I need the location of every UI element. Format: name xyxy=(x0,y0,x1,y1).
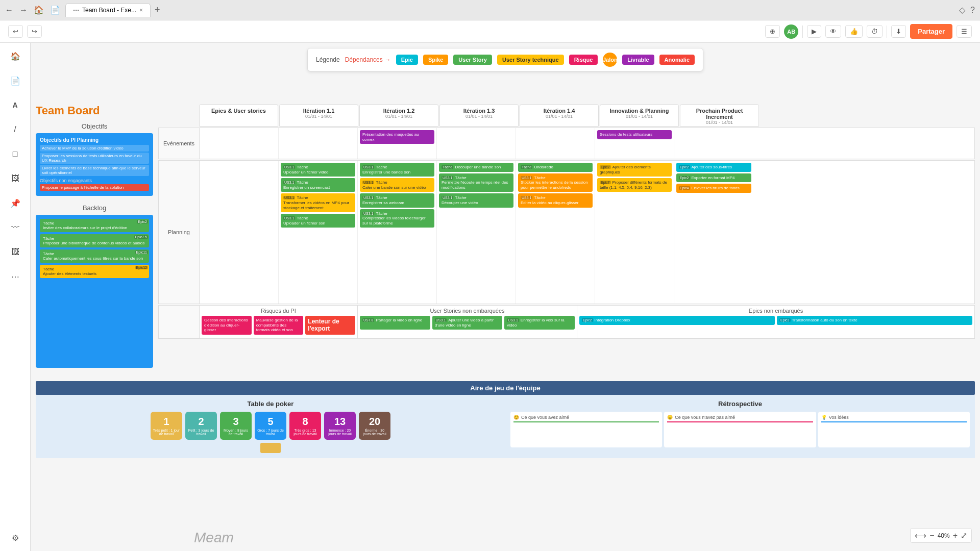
pages-icon[interactable]: 📄 xyxy=(50,5,60,15)
sticky-decouper-bande-son[interactable]: TâcheDécouper une bande son xyxy=(439,163,513,172)
sticky-decouper-video[interactable]: US3.1TâcheDécouper une vidéo xyxy=(439,193,513,207)
sticky-enreg-bande-son[interactable]: US3.1TâcheEnregistrer une bande son xyxy=(360,163,434,177)
nav-forward-icon[interactable]: → xyxy=(19,6,28,15)
tab-title: Team Board - Exe... xyxy=(82,7,136,14)
sidebar-item-media[interactable]: 🖼 xyxy=(7,170,23,187)
col-header-iter14: Itération 1.4 01/01 - 14/01 xyxy=(520,104,599,127)
legend-user-story-tech: User Story technique xyxy=(497,55,564,65)
sidebar-item-pages[interactable]: 📄 xyxy=(7,72,23,89)
positive-label: Ce que vous avez aimé xyxy=(521,415,569,420)
planning-row: Planning US3.1TâcheUploader un fichier v… xyxy=(158,160,975,304)
risk-item-3[interactable]: Lenteur de l'export xyxy=(305,316,355,335)
board-content[interactable]: Team Board Objectifs Objectifs du PI Pla… xyxy=(36,73,975,546)
settings-button[interactable]: ☰ xyxy=(957,25,972,38)
sticky-ecoute-realtime[interactable]: US3.1TâchePermettre l'écoute en temps ré… xyxy=(439,173,513,192)
undo-button[interactable]: ↩ xyxy=(8,25,23,38)
sidebar-item-text[interactable]: A xyxy=(7,97,23,113)
risk-item-2[interactable]: Mauvaise gestion de la compatibilité des… xyxy=(254,316,304,335)
sticky-stocker-interactions[interactable]: US3.1TâcheStocker les interactions de la… xyxy=(518,173,593,192)
positive-emoji: 😊 xyxy=(513,415,519,420)
active-tab[interactable]: ⋯ Team Board - Exe... × xyxy=(65,3,151,17)
diamond-icon: ◇ xyxy=(959,5,965,15)
home-icon[interactable]: 🏠 xyxy=(34,5,44,15)
sidebar-item-settings[interactable]: ⚙ xyxy=(7,530,23,546)
sticky-formats-taille[interactable]: Epic7Proposer différents formats de tail… xyxy=(597,178,672,192)
tab-close-btn[interactable]: × xyxy=(139,7,143,14)
event-sticky-iter12[interactable]: Présentation des maquettes au comex xyxy=(360,130,434,144)
event-col-epics xyxy=(200,128,279,159)
retro-cols: 😊 Ce que vous avez aimé 😞 Ce que vous n'… xyxy=(510,412,970,447)
share-button[interactable]: Partager xyxy=(910,24,952,39)
sticky-bruits-fonds[interactable]: Epic4Enlever les bruits de fonds xyxy=(676,184,751,193)
canvas-area[interactable]: Légende Dépendances → Epic Spike User St… xyxy=(31,43,980,551)
poker-card-13[interactable]: 13 Immense : 20 jours de travail xyxy=(324,412,356,440)
non-emb-item-1[interactable]: US7.8Partager la vidéo en ligne xyxy=(360,316,430,330)
redo-button[interactable]: ↪ xyxy=(27,25,42,38)
play-button[interactable]: ▶ xyxy=(807,25,821,38)
poker-card-8[interactable]: 8 Très gros : 13 jours de travail xyxy=(289,412,321,440)
retro-col-positive-header: 😊 Ce que vous avez aimé xyxy=(513,415,659,422)
browser-nav-icons[interactable]: ← → 🏠 📄 xyxy=(5,5,60,15)
sticky-caler-bande-son[interactable]: US3.1TâcheCaler une bande son sur une vi… xyxy=(360,178,434,192)
risk-item-1[interactable]: Gestion des interactions d'édition au cl… xyxy=(202,316,252,335)
timer-button[interactable]: ⏱ xyxy=(867,25,883,38)
aire-jeu-title: Aire de jeu de l'équipe xyxy=(36,381,975,395)
zoom-value: 40% xyxy=(938,532,950,539)
nav-back-icon[interactable]: ← xyxy=(5,6,13,15)
non-emb-item-3[interactable]: US3.1Enregistrer la voix sur la vidéo xyxy=(504,316,575,330)
planning-col-innov: Epic7Ajouter des éléments graphiques Epi… xyxy=(595,161,674,304)
poker-card-3[interactable]: 3 Moyen : 8 jours de travail xyxy=(220,412,252,440)
risks-row: Risques du PI Gestion des interactions d… xyxy=(158,305,975,339)
sticky-enreg-webcam[interactable]: US3.1TâcheEnregistrer sa webcam xyxy=(360,193,434,207)
expand-button[interactable]: ⤢ xyxy=(961,531,967,540)
negative-label: Ce que vous n'avez pas aimé xyxy=(675,415,735,420)
sticky-undo-redo[interactable]: TâcheUndo/redo xyxy=(518,163,593,172)
dep-label: Dépendances xyxy=(345,56,383,63)
new-tab-button[interactable]: + xyxy=(151,5,164,15)
poker-card-5[interactable]: 5 Gros : 7 jours de travail xyxy=(255,412,286,440)
retro-title: Rétrospective xyxy=(510,400,970,408)
event-sticky-innov[interactable]: Sessions de tests utilisateurs xyxy=(597,130,672,139)
retro-col-ideas: 💡 Vos idées xyxy=(818,412,970,447)
sticky-exporter-mp4[interactable]: Epic2Exporter en format MP4 xyxy=(676,173,751,183)
sticky-editer-video[interactable]: US3.1TâcheEditer la vidéo au cliquer-gli… xyxy=(518,193,593,207)
col-header-iter13: Itération 1.3 01/01 - 14/01 xyxy=(439,104,519,127)
fit-zoom-button[interactable]: ⟷ xyxy=(915,531,926,540)
sidebar-item-sticky[interactable]: 📌 xyxy=(7,195,23,211)
eye-button[interactable]: 👁 xyxy=(825,25,841,38)
thumb-button[interactable]: 👍 xyxy=(845,25,863,38)
obj-non-item: Proposer le passage à l'échelle de la so… xyxy=(40,184,149,191)
sticky-screencast[interactable]: US3.1TâcheEnregistrer un screencast xyxy=(281,178,355,192)
target-button[interactable]: ⊕ xyxy=(765,25,780,38)
risks-content: Risques du PI Gestion des interactions d… xyxy=(200,306,358,338)
poker-card-20[interactable]: 20 Énorme : 30 jours de travail xyxy=(359,412,390,440)
sticky-elements-graphiques[interactable]: Epic7Ajouter des éléments graphiques xyxy=(597,163,672,177)
sidebar-item-home[interactable]: 🏠 xyxy=(7,48,23,64)
poker-section: Table de poker 1 Très petit : 1 jour de … xyxy=(41,400,500,453)
non-embarques-items: US7.8Partager la vidéo en ligne US3.1Ajo… xyxy=(360,316,575,331)
sticky-transform-mp4[interactable]: US3.1TâcheTransformer les vidéos en MP4 … xyxy=(281,193,355,212)
sticky-upload-video[interactable]: US3.1TâcheUploader un fichier vidéo xyxy=(281,163,355,177)
browser-right-icons[interactable]: ◇ ? xyxy=(959,5,975,15)
sticky-sous-titres[interactable]: Epic2Ajouter des sous-titres xyxy=(676,163,751,172)
zoom-out-button[interactable]: − xyxy=(929,531,934,540)
epic-non-item-1[interactable]: Epic2Intégration Dropbox xyxy=(579,316,775,325)
non-emb-item-2[interactable]: US3.1Ajouter une vidéo à partir d'une vi… xyxy=(432,316,503,330)
retro-col-positive: 😊 Ce que vous avez aimé xyxy=(510,412,662,447)
help-icon[interactable]: ? xyxy=(970,6,975,15)
poker-card-1[interactable]: 1 Très petit : 1 jour de travail xyxy=(151,412,182,440)
sidebar-item-image[interactable]: 🖼 xyxy=(7,244,23,260)
download-button[interactable]: ⬇ xyxy=(891,25,906,38)
zoom-in-button[interactable]: + xyxy=(953,531,958,540)
poker-card-2[interactable]: 2 Petit : 3 jours de travail xyxy=(185,412,217,440)
sticky-upload-son[interactable]: US3.1TâcheUploader un fichier son xyxy=(281,214,355,228)
sidebar-item-lasso[interactable]: 〰 xyxy=(7,219,23,236)
avatar[interactable]: AB xyxy=(784,24,798,39)
sidebar-item-pen[interactable]: / xyxy=(7,121,23,138)
sticky-compresser[interactable]: US3.1TâcheCompresser les vidéos téléchar… xyxy=(360,209,434,228)
legend-epic: Epic xyxy=(396,55,418,65)
backlog-item-4: Epic12 TâcheAjouter des éléments textuel… xyxy=(40,265,149,278)
sidebar-item-shapes[interactable]: □ xyxy=(7,146,23,162)
epic-non-item-2[interactable]: Epic2Transformation auto du son en texte xyxy=(777,316,972,325)
sidebar-item-grid[interactable]: ⋯ xyxy=(7,268,23,285)
